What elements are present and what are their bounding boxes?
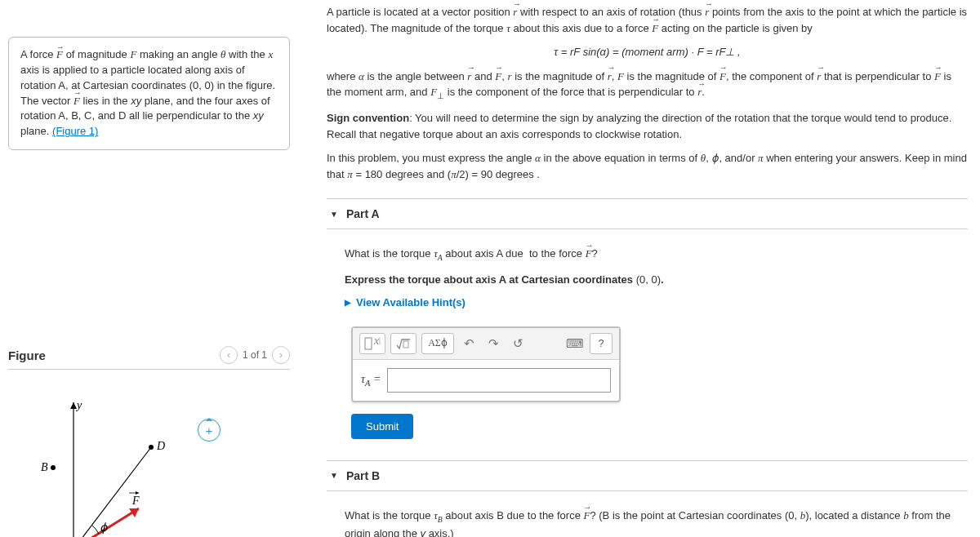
figure-link[interactable]: (Figure 1) xyxy=(52,125,98,137)
svg-text:y: y xyxy=(75,399,82,411)
part-a-hints-toggle[interactable]: ▶ View Available Hint(s) xyxy=(345,296,968,308)
caret-down-icon: ▼ xyxy=(330,210,338,219)
intro-formula: τ = rF sin(α) = (moment arm) · F = rF⊥ , xyxy=(327,44,968,60)
problem-intro-box: A force F of magnitude F making an angle… xyxy=(8,37,290,150)
figure-canvas: + xyxy=(8,386,270,537)
figure-header: Figure ‹ 1 of 1 › xyxy=(8,346,290,370)
svg-rect-24 xyxy=(403,341,408,348)
tool-templates-button[interactable]: x͞ₐ xyxy=(359,333,385,354)
keyboard-icon[interactable]: ⌨ xyxy=(565,333,585,354)
svg-point-8 xyxy=(51,465,56,470)
tool-greek-button[interactable]: ΑΣϕ xyxy=(421,333,454,354)
svg-rect-22 xyxy=(365,338,372,349)
svg-text:B: B xyxy=(41,461,48,473)
intro-p4: In this problem, you must express the an… xyxy=(327,150,968,182)
tool-sqrt-button[interactable] xyxy=(390,333,416,354)
part-a-title: Part A xyxy=(346,207,380,220)
part-a-header[interactable]: ▼ Part A xyxy=(327,198,968,229)
help-icon[interactable]: ? xyxy=(590,333,612,354)
undo-icon[interactable]: ↶ xyxy=(459,333,479,354)
reset-icon[interactable]: ↺ xyxy=(508,333,528,354)
part-a-question-1: What is the torque τA about axis A due t… xyxy=(345,246,968,264)
figure-zoom-button[interactable]: + xyxy=(198,419,220,442)
svg-text:D: D xyxy=(156,440,165,452)
problem-intro-text: A force F of magnitude F making an angle… xyxy=(20,48,275,137)
answer-box: x͞ₐ ΑΣϕ ↶ ↷ ↺ ⌨ ? τA = xyxy=(351,326,621,402)
part-b-title: Part B xyxy=(346,469,380,482)
submit-button[interactable]: Submit xyxy=(351,414,413,439)
part-a-question-2: Express the torque about axis A at Carte… xyxy=(345,272,968,288)
intro-p1: A particle is located at a vector positi… xyxy=(327,4,968,36)
part-b-question-1: What is the torque τB about axis B due t… xyxy=(345,508,968,537)
caret-right-icon: ▶ xyxy=(345,298,351,307)
svg-point-10 xyxy=(149,445,154,450)
figure-counter: 1 of 1 xyxy=(243,349,267,361)
figure-prev-button[interactable]: ‹ xyxy=(220,346,238,364)
intro-p3: Sign convention: You will need to determ… xyxy=(327,110,968,142)
figure-title: Figure xyxy=(8,348,220,362)
intro-p2: where α is the angle between r and F, r … xyxy=(327,69,968,103)
svg-text:x͞ₐ: x͞ₐ xyxy=(373,337,381,347)
svg-text:ϕ: ϕ xyxy=(100,521,108,534)
caret-down-icon: ▼ xyxy=(330,471,338,480)
svg-line-6 xyxy=(74,447,151,537)
figure-next-button[interactable]: › xyxy=(272,346,290,364)
redo-icon[interactable]: ↷ xyxy=(483,333,503,354)
svg-marker-3 xyxy=(70,402,77,409)
svg-text:F: F xyxy=(131,495,140,507)
answer-label: τA = xyxy=(361,373,381,388)
answer-input[interactable] xyxy=(387,368,611,393)
answer-toolbar: x͞ₐ ΑΣϕ ↶ ↷ ↺ ⌨ ? xyxy=(353,328,619,360)
part-b-header[interactable]: ▼ Part B xyxy=(327,460,968,491)
